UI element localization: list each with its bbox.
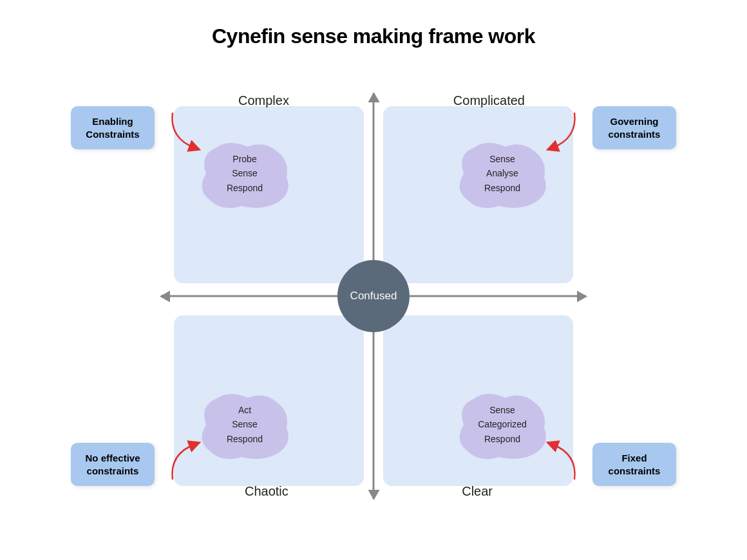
center-circle: Confused: [337, 260, 410, 332]
arrow-right-icon: [577, 290, 587, 302]
arrow-down-icon: [368, 490, 379, 500]
arrow-up-icon: [368, 92, 379, 102]
confused-label: Confused: [350, 290, 397, 303]
label-clear: Clear: [462, 484, 493, 499]
corner-box-bottom-left: No effective constraints: [71, 443, 155, 486]
red-arrow-top-right: [523, 106, 581, 158]
label-complicated: Complicated: [453, 93, 525, 108]
blob-complex-text: ProbeSenseRespond: [227, 152, 263, 195]
arrow-left-icon: [160, 290, 170, 302]
red-arrow-top-left: [166, 106, 224, 158]
label-chaotic: Chaotic: [245, 484, 288, 499]
blob-clear-text: SenseCategorizedRespond: [478, 403, 527, 446]
page-title: Cynefin sense making frame work: [0, 0, 747, 48]
red-arrow-bottom-left: [166, 434, 224, 486]
corner-box-bottom-right: Fixed constraints: [592, 443, 676, 486]
blob-complicated-text: SenseAnalyseRespond: [484, 152, 520, 195]
blob-chaotic-text: ActSenseRespond: [227, 403, 263, 446]
corner-box-top-right: Governing constraints: [592, 106, 676, 149]
corner-box-top-left: Enabling Constraints: [71, 106, 155, 149]
label-complex: Complex: [238, 93, 289, 108]
red-arrow-bottom-right: [523, 434, 581, 486]
quadrant-area: Complex Complicated Chaotic Clear ProbeS…: [161, 93, 586, 499]
diagram-container: Enabling Constraints Governing constrain…: [77, 68, 670, 525]
